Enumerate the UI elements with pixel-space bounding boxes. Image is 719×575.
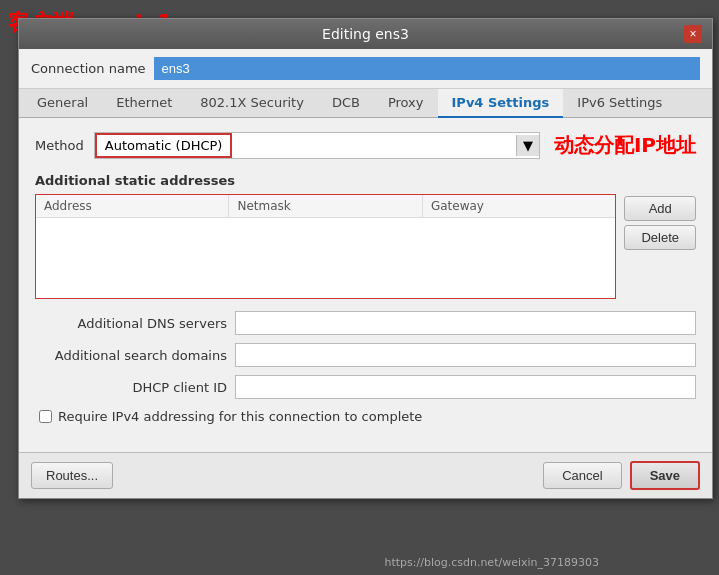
dns-servers-row: Additional DNS servers <box>35 311 696 335</box>
dhcp-client-id-input[interactable] <box>235 375 696 399</box>
tab-dcb[interactable]: DCB <box>318 89 374 118</box>
method-annotation: 动态分配IP地址 <box>554 132 696 159</box>
method-row: Method Automatic (DHCP) ▼ 动态分配IP地址 <box>35 132 696 159</box>
connection-name-row: Connection name <box>19 49 712 89</box>
connection-name-label: Connection name <box>31 61 146 76</box>
require-ipv4-row: Require IPv4 addressing for this connect… <box>35 409 696 424</box>
addresses-section: Address Netmask Gateway Add Delete <box>35 194 696 299</box>
dns-servers-input[interactable] <box>235 311 696 335</box>
tab-ethernet[interactable]: Ethernet <box>102 89 186 118</box>
method-empty-space <box>232 134 515 158</box>
method-highlighted-value: Automatic (DHCP) <box>95 133 233 158</box>
require-ipv4-checkbox[interactable] <box>39 410 52 423</box>
connection-name-input[interactable] <box>154 57 700 80</box>
tabs-bar: General Ethernet 802.1X Security DCB Pro… <box>19 89 712 118</box>
table-buttons: Add Delete <box>624 194 696 299</box>
search-domains-input[interactable] <box>235 343 696 367</box>
dhcp-client-id-row: DHCP client ID <box>35 375 696 399</box>
cancel-button[interactable]: Cancel <box>543 462 621 489</box>
dns-servers-label: Additional DNS servers <box>35 316 235 331</box>
static-addresses-title: Additional static addresses <box>35 173 696 188</box>
tab-8021x[interactable]: 802.1X Security <box>186 89 318 118</box>
method-label: Method <box>35 138 84 153</box>
tab-general[interactable]: General <box>23 89 102 118</box>
tab-ipv4[interactable]: IPv4 Settings <box>438 89 564 118</box>
dialog-title: Editing ens3 <box>47 26 684 42</box>
content-area: Method Automatic (DHCP) ▼ 动态分配IP地址 Addit… <box>19 118 712 452</box>
routes-button[interactable]: Routes... <box>31 462 113 489</box>
watermark: https://blog.csdn.net/weixin_37189303 <box>384 556 599 569</box>
add-button[interactable]: Add <box>624 196 696 221</box>
tab-proxy[interactable]: Proxy <box>374 89 438 118</box>
method-dropdown-arrow[interactable]: ▼ <box>516 135 539 156</box>
titlebar: Editing ens3 × <box>19 19 712 49</box>
table-header: Address Netmask Gateway <box>36 195 615 218</box>
dhcp-client-id-label: DHCP client ID <box>35 380 235 395</box>
col-netmask: Netmask <box>229 195 422 217</box>
dialog-window: Editing ens3 × Connection name General E… <box>18 18 713 499</box>
bottom-bar: Routes... Cancel Save <box>19 452 712 498</box>
search-domains-row: Additional search domains <box>35 343 696 367</box>
delete-button[interactable]: Delete <box>624 225 696 250</box>
col-address: Address <box>36 195 229 217</box>
tab-ipv6[interactable]: IPv6 Settings <box>563 89 676 118</box>
addresses-table: Address Netmask Gateway <box>35 194 616 299</box>
search-domains-label: Additional search domains <box>35 348 235 363</box>
close-button[interactable]: × <box>684 25 702 43</box>
require-ipv4-label: Require IPv4 addressing for this connect… <box>58 409 422 424</box>
table-body <box>36 218 615 298</box>
col-gateway: Gateway <box>423 195 615 217</box>
save-button[interactable]: Save <box>630 461 700 490</box>
